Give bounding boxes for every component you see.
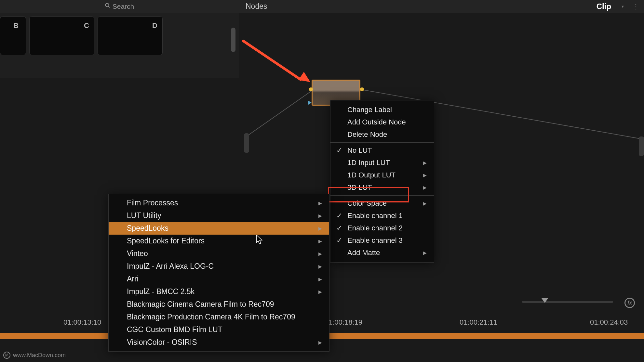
submenu-lut-utility[interactable]: LUT Utility ▶ — [109, 209, 329, 222]
scrollbar[interactable] — [231, 28, 235, 52]
menu-enable-channel-2[interactable]: ✓ Enable channel 2 — [330, 222, 434, 234]
submenu-impulz-arri[interactable]: ImpulZ - Arri Alexa LOG-C ▶ — [109, 260, 329, 273]
chevron-down-icon: ▼ — [621, 5, 624, 8]
menu-1d-input-lut[interactable]: 1D Input LUT ▶ — [330, 157, 434, 169]
menu-no-lut[interactable]: ✓ No LUT — [330, 144, 434, 157]
menu-label: Enable channel 1 — [347, 212, 403, 220]
node-connector-right[interactable] — [360, 87, 364, 91]
nodes-panel-header: Nodes — [239, 0, 563, 13]
watermark: M www.MacDown.com — [3, 352, 66, 359]
menu-label: SpeedLooks — [127, 224, 168, 233]
menu-label: Blackmagic Cinema Camera Film to Rec709 — [127, 300, 274, 309]
zoom-slider-thumb[interactable] — [542, 298, 548, 303]
menu-label: SpeedLooks for Editors — [127, 237, 205, 245]
menu-label: Delete Node — [347, 130, 387, 139]
menu-add-matte[interactable]: Add Matte ▶ — [330, 247, 434, 259]
submenu-blackmagic-production[interactable]: Blackmagic Production Camera 4K Film to … — [109, 311, 329, 323]
menu-label: CGC Custom BMD Film LUT — [127, 325, 222, 334]
nodes-label: Nodes — [246, 2, 267, 11]
submenu-arrow-icon: ▶ — [423, 185, 427, 190]
menu-1d-output-lut[interactable]: 1D Output LUT ▶ — [330, 169, 434, 181]
check-icon: ✓ — [336, 236, 342, 245]
svg-line-1 — [108, 6, 110, 7]
menu-label: ImpulZ - Arri Alexa LOG-C — [127, 262, 214, 271]
node-context-menu: Change Label Add Outside Node Delete Nod… — [330, 100, 434, 263]
menu-label: 1D Output LUT — [347, 171, 396, 179]
submenu-blackmagic-cinema[interactable]: Blackmagic Cinema Camera Film to Rec709 — [109, 298, 329, 311]
submenu-arri[interactable]: Arri ▶ — [109, 273, 329, 285]
submenu-arrow-icon: ▶ — [423, 250, 427, 255]
more-options-icon[interactable]: ⋮ — [633, 3, 639, 10]
menu-label: Enable channel 3 — [347, 236, 403, 245]
annotation-arrow — [242, 39, 314, 42]
gallery-panel: B C D — [0, 13, 239, 78]
clip-dropdown-area[interactable]: Clip ▼ ⋮ — [563, 0, 644, 13]
menu-label: No LUT — [347, 146, 372, 155]
fx-icon[interactable]: fx — [624, 298, 635, 308]
menu-add-outside-node[interactable]: Add Outside Node — [330, 116, 434, 128]
menu-label: Blackmagic Production Camera 4K Film to … — [127, 313, 295, 321]
menu-enable-channel-3[interactable]: ✓ Enable channel 3 — [330, 234, 434, 247]
time-label: 01:00:13:10 — [63, 318, 101, 327]
submenu-arrow-icon: ▶ — [318, 264, 322, 269]
thumbnail-label: D — [152, 21, 157, 30]
thumbnail-label: C — [84, 21, 89, 30]
node-output-handle[interactable] — [639, 136, 644, 156]
menu-label: Add Outside Node — [347, 118, 406, 126]
gallery-thumbnail-d[interactable]: D — [98, 16, 163, 55]
clip-label: Clip — [597, 2, 611, 11]
submenu-vinteo[interactable]: Vinteo ▶ — [109, 247, 329, 260]
submenu-arrow-icon: ▶ — [318, 277, 322, 282]
thumbnail-label: B — [13, 21, 19, 30]
menu-change-label[interactable]: Change Label — [330, 104, 434, 116]
menu-label: ImpulZ - BMCC 2.5k — [127, 287, 195, 296]
search-icon — [105, 3, 111, 10]
menu-label: LUT Utility — [127, 211, 161, 220]
menu-label: Arri — [127, 275, 139, 283]
menu-delete-node[interactable]: Delete Node — [330, 128, 434, 141]
submenu-visioncolor[interactable]: VisionColor - OSIRIS ▶ — [109, 336, 329, 349]
zoom-slider[interactable] — [522, 301, 613, 303]
submenu-arrow-icon: ▶ — [318, 251, 322, 256]
watermark-logo-icon: M — [3, 352, 10, 359]
submenu-arrow-icon: ▶ — [318, 289, 322, 294]
menu-label: Vinteo — [127, 249, 148, 258]
time-label: 01:00:24:03 — [590, 318, 628, 327]
submenu-film-processes[interactable]: Film Processes ▶ — [109, 197, 329, 209]
svg-point-0 — [105, 3, 109, 7]
node-connector-left[interactable] — [309, 87, 313, 91]
submenu-arrow-icon: ▶ — [318, 239, 322, 244]
watermark-text: www.MacDown.com — [13, 352, 66, 359]
annotation-highlight-box — [328, 187, 409, 202]
menu-label: Film Processes — [127, 199, 178, 207]
submenu-arrow-icon: ▶ — [318, 340, 322, 345]
submenu-speedlooks[interactable]: SpeedLooks ▶ — [109, 222, 329, 235]
search-placeholder: Search — [113, 3, 134, 10]
check-icon: ✓ — [336, 224, 342, 232]
menu-separator — [330, 142, 434, 143]
search-field[interactable]: Search — [0, 0, 239, 13]
gallery-thumbnail-c[interactable]: C — [29, 16, 94, 55]
node-input-handle[interactable] — [244, 133, 249, 153]
node-connection-line — [246, 88, 315, 137]
menu-label: Enable channel 2 — [347, 224, 403, 232]
menu-label: Change Label — [347, 106, 392, 114]
submenu-arrow-icon: ▶ — [318, 226, 322, 231]
top-bar: Search Nodes Clip ▼ ⋮ — [0, 0, 644, 13]
time-label: 01:00:21:11 — [460, 318, 497, 327]
time-label: 1:00:18:19 — [329, 318, 362, 327]
check-icon: ✓ — [336, 212, 342, 220]
submenu-impulz-bmcc[interactable]: ImpulZ - BMCC 2.5k ▶ — [109, 285, 329, 298]
submenu-cgc-custom[interactable]: CGC Custom BMD Film LUT — [109, 323, 329, 336]
menu-label: Add Matte — [347, 249, 380, 257]
menu-label: 1D Input LUT — [347, 159, 390, 167]
submenu-arrow-icon: ▶ — [318, 213, 322, 218]
lut-3d-submenu: Film Processes ▶ LUT Utility ▶ SpeedLook… — [108, 194, 329, 352]
menu-enable-channel-1[interactable]: ✓ Enable channel 1 — [330, 210, 434, 222]
check-icon: ✓ — [336, 146, 342, 155]
submenu-arrow-icon: ▶ — [423, 160, 427, 165]
submenu-arrow-icon: ▶ — [318, 200, 322, 206]
submenu-speedlooks-editors[interactable]: SpeedLooks for Editors ▶ — [109, 235, 329, 247]
menu-label: VisionColor - OSIRIS — [127, 338, 197, 347]
gallery-thumbnail-b[interactable]: B — [0, 16, 26, 55]
